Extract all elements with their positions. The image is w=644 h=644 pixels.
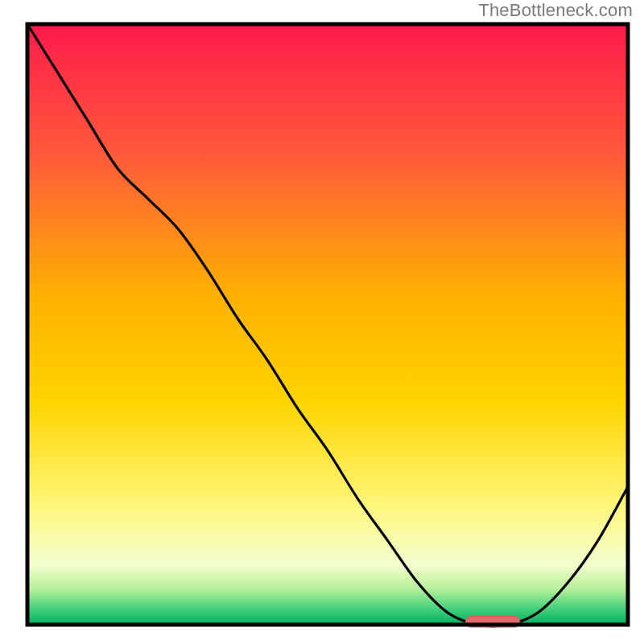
chart-stage: TheBottleneck.com — [0, 0, 644, 644]
bottleneck-chart — [0, 0, 644, 644]
gradient-background — [27, 24, 628, 625]
